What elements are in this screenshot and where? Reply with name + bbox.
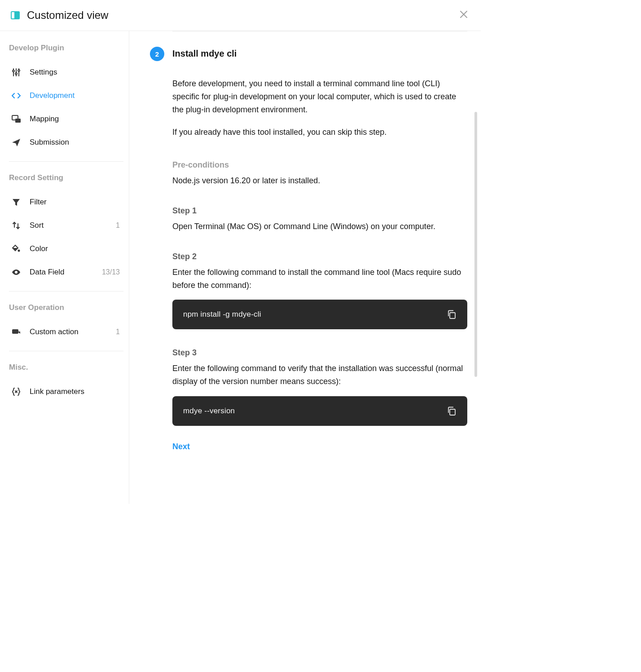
copy-button[interactable] [447,406,457,416]
code-block: npm install -g mdye-cli [172,300,467,329]
color-icon [11,243,22,254]
view-icon [10,10,21,21]
close-icon [459,10,468,19]
close-button[interactable] [457,8,470,22]
step-number-badge: 2 [150,47,164,61]
sidebar-item-filter[interactable]: Filter [9,190,123,214]
sidebar-item-label: Sort [30,221,108,230]
svg-rect-13 [12,329,18,334]
substep-body: Enter the following command to install t… [172,266,467,292]
preconditions-label: Pre-conditions [172,160,467,170]
scrollbar[interactable] [474,112,477,377]
copy-icon [447,406,457,416]
code-block: mdye --version [172,396,467,426]
substep-label: Step 3 [172,348,467,358]
substep-body: Enter the following command to verify th… [172,362,467,388]
sidebar-section-misc: Misc. [9,358,123,380]
header-left: Customized view [10,9,108,22]
sidebar-section-develop: Develop Plugin [9,39,123,61]
sidebar-item-label: Link parameters [30,387,123,396]
send-icon [11,137,22,148]
eye-icon [11,267,22,278]
sidebar-item-label: Data Field [30,268,94,277]
braces-icon [11,386,22,397]
code-icon [11,90,22,101]
modal-title: Customized view [27,9,108,22]
svg-rect-9 [15,119,21,123]
step-description: Before development, you need to install … [172,77,467,116]
sidebar-item-badge: 13/13 [102,268,123,276]
action-icon [11,327,22,337]
sort-icon [11,220,22,231]
main-content: 2 Install mdye cli Before development, y… [129,31,481,504]
sidebar-item-submission[interactable]: Submission [9,131,123,154]
sidebar-section-user-op: User Operation [9,299,123,320]
svg-point-6 [15,73,17,75]
sidebar-item-label: Filter [30,198,123,207]
code-text: npm install -g mdye-cli [183,310,261,319]
sidebar-item-sort[interactable]: Sort 1 [9,214,123,237]
code-text: mdye --version [183,407,235,416]
mapping-icon [11,114,22,124]
svg-point-7 [18,70,20,71]
filter-icon [11,197,22,208]
step-description: If you already have this tool installed,… [172,126,467,139]
copy-button[interactable] [447,309,457,319]
sidebar-item-label: Submission [30,138,123,147]
svg-point-12 [18,250,20,252]
substep-label: Step 1 [172,206,467,216]
step-heading-row: 2 Install mdye cli [129,31,467,61]
sidebar-item-color[interactable]: Color [9,237,123,261]
sidebar-divider [9,161,123,162]
svg-rect-1 [14,12,19,19]
substep-body: Open Terminal (Mac OS) or Command Line (… [172,220,467,233]
sidebar-item-data-field[interactable]: Data Field 13/13 [9,261,123,284]
modal-header: Customized view [0,0,481,31]
settings-icon [11,67,22,78]
substep-label: Step 2 [172,252,467,261]
sidebar-divider [9,291,123,292]
next-link[interactable]: Next [172,442,190,451]
preconditions-body: Node.js version 16.20 or later is instal… [172,174,467,187]
sidebar-divider [9,351,123,351]
sidebar-item-settings[interactable]: Settings [9,61,123,84]
sidebar-item-development[interactable]: Development [9,84,123,107]
sidebar: Develop Plugin Settings [0,31,129,504]
svg-rect-16 [450,313,455,318]
sidebar-item-mapping[interactable]: Mapping [9,107,123,131]
sidebar-item-label: Custom action [30,327,108,336]
sidebar-item-badge: 1 [116,221,123,230]
sidebar-item-link-params[interactable]: Link parameters [9,380,123,403]
svg-point-5 [13,70,14,72]
sidebar-item-custom-action[interactable]: Custom action 1 [9,320,123,344]
sidebar-item-label: Development [30,91,123,100]
sidebar-item-label: Settings [30,68,123,77]
sidebar-item-label: Mapping [30,115,123,124]
step-title: Install mdye cli [172,47,237,59]
sidebar-item-badge: 1 [116,328,123,336]
sidebar-section-record: Record Setting [9,169,123,190]
sidebar-item-label: Color [30,244,123,253]
copy-icon [447,309,457,319]
svg-rect-17 [450,409,455,415]
